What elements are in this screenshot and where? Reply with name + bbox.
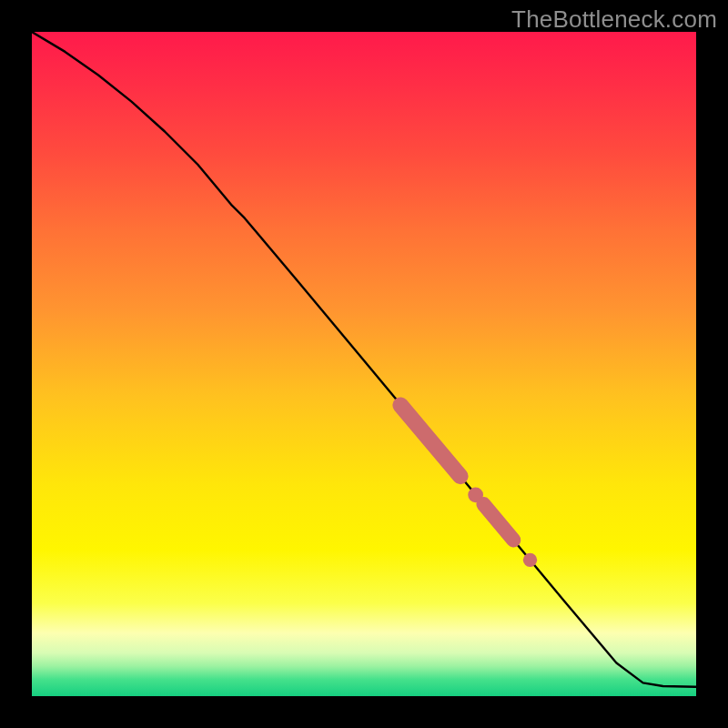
chart-svg <box>32 32 696 696</box>
watermark-text: TheBottleneck.com <box>511 5 717 34</box>
marker-dot <box>523 553 537 567</box>
plot-area <box>32 32 696 696</box>
chart-frame: TheBottleneck.com <box>0 0 728 728</box>
gradient-background <box>32 32 696 696</box>
